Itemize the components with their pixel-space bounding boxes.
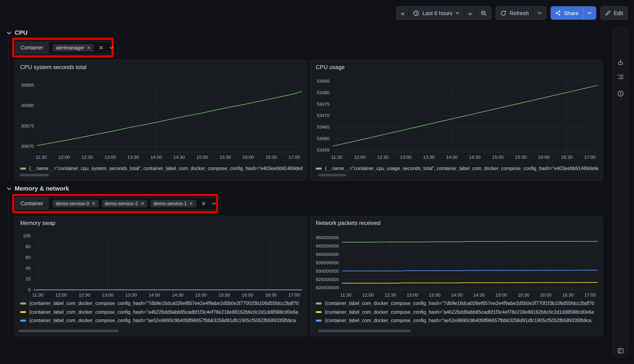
- time-shift-forward-button[interactable]: »: [464, 7, 476, 19]
- zoom-out-time-button[interactable]: [476, 7, 491, 19]
- pill-label: demo-service-0: [56, 201, 89, 206]
- section-header-cpu[interactable]: CPU: [7, 29, 28, 36]
- chevron-down-icon: [455, 12, 460, 14]
- svg-text:53475: 53475: [317, 102, 330, 107]
- list-outline-icon: [617, 73, 624, 80]
- edit-label: Edit: [614, 10, 623, 16]
- variable-values[interactable]: alertmanager✕✕: [48, 42, 118, 54]
- outline-button[interactable]: [616, 72, 625, 81]
- svg-text:16:00: 16:00: [538, 154, 549, 160]
- dropdown-chevron-icon[interactable]: [212, 202, 216, 205]
- double-chevron-right-icon: »: [468, 10, 472, 16]
- share-dropdown[interactable]: [583, 7, 596, 19]
- share-label: Share: [564, 10, 578, 16]
- svg-text:14:30: 14:30: [473, 292, 485, 298]
- svg-text:16:00: 16:00: [242, 154, 254, 160]
- svg-text:17:00: 17:00: [288, 154, 300, 160]
- legend-item[interactable]: {__name__="container_cpu_usage_seconds_t…: [316, 164, 598, 173]
- variable-value-pill[interactable]: alertmanager✕: [53, 44, 94, 52]
- edit-group: Edit: [600, 6, 628, 20]
- svg-text:11:30: 11:30: [32, 292, 43, 298]
- pencil-icon: [605, 10, 611, 16]
- legend-scrollbar[interactable]: [19, 330, 119, 332]
- svg-text:80: 80: [26, 244, 31, 249]
- legend-item[interactable]: {container_label_com_docker_compose_conf…: [316, 308, 598, 316]
- collapse-rail-button[interactable]: [616, 346, 625, 355]
- svg-text:945000000: 945000000: [316, 243, 339, 248]
- refresh-label: Refresh: [510, 10, 529, 16]
- timeseries-chart: 3067030675306803068511:3012:0012:3013:00…: [19, 76, 303, 162]
- legend-item[interactable]: {container_label_com_docker_compose_conf…: [20, 316, 303, 325]
- remove-value-icon[interactable]: ✕: [87, 46, 91, 50]
- variable-value-pill[interactable]: demo-service-2✕: [102, 200, 147, 207]
- panel-title[interactable]: CPU usage: [316, 64, 345, 70]
- legend-item[interactable]: {container_label_com_docker_compose_conf…: [316, 316, 598, 325]
- svg-text:15:30: 15:30: [218, 292, 230, 298]
- legend-item[interactable]: {__name__="container_cpu_system_seconds_…: [20, 164, 303, 173]
- panel-title[interactable]: Memory swap: [20, 220, 55, 226]
- time-controls-group: « Last 6 hours »: [396, 6, 491, 20]
- time-shift-back-button[interactable]: «: [397, 7, 409, 19]
- svg-text:16:00: 16:00: [242, 292, 253, 298]
- svg-text:17:00: 17:00: [584, 292, 596, 298]
- chart-legend: {container_label_com_docker_compose_conf…: [316, 299, 598, 325]
- pill-label: alertmanager: [56, 45, 84, 50]
- remove-value-icon[interactable]: ✕: [189, 201, 193, 206]
- panel-cpu-usage: CPU usage 534555346053465534705347553480…: [310, 60, 603, 180]
- legend-item[interactable]: {container_label_com_docker_compose_conf…: [20, 308, 303, 316]
- edit-button[interactable]: Edit: [601, 7, 627, 19]
- clear-all-icon[interactable]: ✕: [99, 45, 103, 51]
- panel-network-packets-received: Network packets received 920000000925000…: [310, 216, 603, 336]
- legend-item[interactable]: {container_label_com_docker_compose_conf…: [316, 299, 598, 308]
- export-button[interactable]: [616, 58, 624, 66]
- legend-series-marker: [316, 320, 322, 322]
- dropdown-chevron-icon[interactable]: [109, 46, 114, 49]
- legend-series-label: {container_label_com_docker_compose_conf…: [29, 310, 298, 314]
- svg-text:950000000: 950000000: [316, 235, 339, 240]
- svg-text:15:30: 15:30: [219, 154, 231, 160]
- variable-selector-memory: Container demo-service-0✕demo-service-2✕…: [15, 197, 221, 210]
- download-icon: [617, 59, 624, 66]
- legend-scrollbar[interactable]: [318, 330, 411, 332]
- svg-text:17:00: 17:00: [584, 154, 596, 160]
- svg-text:925000000: 925000000: [316, 277, 339, 282]
- right-action-rail: [613, 27, 628, 357]
- svg-text:40: 40: [26, 266, 31, 271]
- remove-value-icon[interactable]: ✕: [92, 201, 95, 206]
- refresh-button[interactable]: Refresh: [496, 7, 533, 19]
- svg-text:100: 100: [23, 233, 31, 238]
- share-button[interactable]: Share: [551, 7, 583, 19]
- variable-value-pill[interactable]: demo-service-1✕: [151, 200, 196, 207]
- variable-values[interactable]: demo-service-0✕demo-service-2✕demo-servi…: [48, 197, 221, 210]
- panel-title[interactable]: CPU system seconds total: [20, 64, 87, 70]
- zoom-out-icon: [481, 10, 487, 16]
- clear-all-icon[interactable]: ✕: [201, 201, 206, 206]
- refresh-interval-dropdown[interactable]: [533, 7, 546, 19]
- remove-value-icon[interactable]: ✕: [140, 201, 144, 206]
- svg-text:12:00: 12:00: [354, 154, 366, 160]
- pill-label: demo-service-2: [105, 201, 138, 206]
- share-icon: [555, 10, 561, 16]
- svg-text:13:30: 13:30: [127, 154, 139, 160]
- legend-scrollbar[interactable]: [318, 174, 346, 176]
- legend-series-label: {__name__="container_cpu_system_seconds_…: [29, 166, 303, 171]
- pill-label: demo-service-1: [153, 201, 187, 206]
- svg-text:17:00: 17:00: [288, 292, 300, 298]
- section-header-memory-network[interactable]: Memory & network: [7, 185, 69, 192]
- chevron-down-icon: [587, 12, 591, 14]
- svg-text:20: 20: [26, 276, 31, 282]
- panel-title[interactable]: Network packets received: [316, 220, 381, 226]
- legend-scrollbar[interactable]: [20, 174, 49, 176]
- panel-left-toggle-icon: [617, 347, 624, 354]
- svg-text:12:30: 12:30: [79, 292, 90, 298]
- legend-item[interactable]: {container_label_com_docker_compose_conf…: [20, 299, 303, 308]
- svg-text:15:30: 15:30: [518, 292, 529, 298]
- dashboard-info-button[interactable]: [616, 89, 625, 98]
- svg-text:53460: 53460: [317, 136, 330, 141]
- svg-text:16:30: 16:30: [265, 154, 277, 160]
- svg-text:16:30: 16:30: [265, 292, 276, 298]
- variable-value-pill[interactable]: demo-service-0✕: [53, 200, 98, 207]
- svg-text:11:30: 11:30: [36, 154, 47, 160]
- svg-text:11:30: 11:30: [331, 154, 342, 160]
- time-picker-button[interactable]: Last 6 hours: [409, 7, 464, 19]
